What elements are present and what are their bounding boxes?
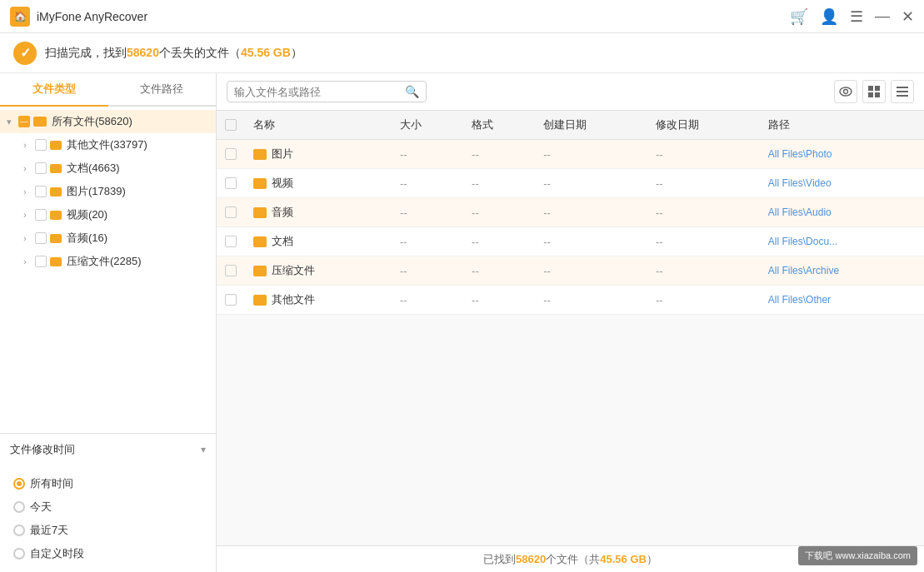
tree-cb-photo[interactable] [35,186,47,197]
row-checkbox-4[interactable] [217,256,245,286]
folder-icon-other [50,141,62,150]
row-size-3: -- [392,227,463,256]
svg-rect-8 [897,95,908,97]
tree-item-audio[interactable]: › 音频(16) [17,226,216,250]
close-icon[interactable]: ✕ [902,7,914,26]
tab-filetype[interactable]: 文件类型 [0,73,108,107]
folder-icon-row-0 [253,149,267,160]
col-size: 大小 [392,111,463,140]
radio-today[interactable]: 今天 [13,495,202,519]
row-format-0: -- [463,140,535,169]
tree-cb-doc[interactable] [35,162,47,174]
radio-custom[interactable]: 自定义时段 [13,542,202,565]
svg-rect-4 [868,92,873,97]
row-created-2: -- [535,198,647,227]
status-prefix: 已找到 [483,552,516,567]
status-mid: 个文件（共 [546,552,600,567]
row-checkbox-0[interactable] [217,140,245,169]
col-format: 格式 [463,111,535,140]
row-format-5: -- [463,286,535,315]
row-format-2: -- [463,198,535,227]
row-size-0: -- [392,140,463,169]
app-logo: 🏠 [10,7,30,27]
eye-button[interactable] [834,80,857,103]
row-name-3: 文档 [245,227,392,256]
main-area: 文件类型 文件路径 ▾ — 所有文件(58620) › 其他文件(33797) [0,73,924,572]
search-box[interactable]: 🔍 [227,81,427,102]
radio-circle-all [13,478,25,490]
right-panel: 🔍 [217,73,924,572]
left-panel: 文件类型 文件路径 ▾ — 所有文件(58620) › 其他文件(33797) [0,73,217,572]
titlebar-left: 🏠 iMyFone AnyRecover [10,7,147,27]
cart-icon[interactable]: 🛒 [790,7,808,26]
row-cb-0[interactable] [225,148,237,160]
tree-arrow-photo: › [23,187,35,196]
table-row[interactable]: 音频 -- -- -- -- All Files\Audio [217,198,924,227]
tree-arrow-audio: › [23,233,35,243]
titlebar: 🏠 iMyFone AnyRecover 🛒 👤 ☰ — ✕ [0,0,924,33]
tab-filepath[interactable]: 文件路径 [108,73,217,107]
row-path-0: All Files\Photo [760,140,924,169]
row-cb-1[interactable] [225,177,237,189]
tree-item-other[interactable]: › 其他文件(33797) [17,133,216,157]
tree-cb-audio[interactable] [35,232,47,244]
row-checkbox-2[interactable] [217,198,245,227]
tree-cb-other[interactable] [35,139,47,151]
row-cb-5[interactable] [225,294,237,306]
check-circle-icon: ✓ [13,42,37,65]
col-modified: 修改日期 [647,111,760,140]
row-checkbox-3[interactable] [217,227,245,256]
tree-item-video[interactable]: › 视频(20) [17,203,216,226]
row-size-5: -- [392,286,463,315]
row-cb-3[interactable] [225,236,237,247]
minimize-icon[interactable]: — [875,7,890,25]
tree-item-doc[interactable]: › 文档(4663) [17,157,216,180]
toolbar: 🔍 [217,73,924,111]
scan-result-text: 扫描完成，找到58620个丢失的文件（45.56 GB） [45,46,302,61]
tree-label-all: 所有文件(58620) [52,114,209,129]
grid-button[interactable] [862,80,886,103]
tree-arrow-other: › [23,140,35,150]
tree-item-archive[interactable]: › 压缩文件(2285) [17,250,216,273]
row-modified-5: -- [647,286,760,315]
row-path-1: All Files\Video [760,169,924,198]
tree-label-audio: 音频(16) [67,231,209,246]
tree-arrow-doc: › [23,163,35,173]
row-checkbox-1[interactable] [217,169,245,198]
radio-circle-today [13,501,25,513]
row-cb-4[interactable] [225,265,237,276]
table-row[interactable]: 视频 -- -- -- -- All Files\Video [217,169,924,198]
table-row[interactable]: 其他文件 -- -- -- -- All Files\Other [217,286,924,315]
tree-cb-archive[interactable] [35,256,47,267]
row-size-1: -- [392,169,463,198]
folder-icon-video [50,211,62,220]
radio-7days[interactable]: 最近7天 [13,519,202,542]
tree-arrow-archive: › [23,256,35,266]
table-row[interactable]: 图片 -- -- -- -- All Files\Photo [217,140,924,169]
tree-arrow-video: › [23,210,35,220]
tree-cb-all[interactable]: — [18,116,30,127]
user-icon[interactable]: 👤 [820,7,838,26]
tree-children: › 其他文件(33797) › 文档(4663) › 图片(17839) [0,133,216,273]
folder-icon-doc [50,164,62,173]
toolbar-icons [834,80,914,103]
status-suffix: ） [647,552,657,567]
table-row[interactable]: 压缩文件 -- -- -- -- All Files\Archive [217,256,924,286]
radio-all-time[interactable]: 所有时间 [13,472,202,495]
list-button[interactable] [891,80,914,103]
tree-label-other: 其他文件(33797) [67,137,209,152]
tree-label-photo: 图片(17839) [67,184,209,199]
row-checkbox-5[interactable] [217,286,245,315]
row-cb-2[interactable] [225,206,237,218]
filter-header[interactable]: 文件修改时间 ▾ [0,434,216,465]
menu-icon[interactable]: ☰ [850,7,863,26]
tree-item-photo[interactable]: › 图片(17839) [17,180,216,203]
select-all-checkbox[interactable] [225,119,237,131]
tree-item-all[interactable]: ▾ — 所有文件(58620) [0,110,216,133]
tree-cb-video[interactable] [35,209,47,221]
radio-circle-custom [13,548,25,560]
table-row[interactable]: 文档 -- -- -- -- All Files\Docu... [217,227,924,256]
col-name: 名称 [245,111,392,140]
col-created: 创建日期 [535,111,647,140]
search-input[interactable] [234,86,405,98]
